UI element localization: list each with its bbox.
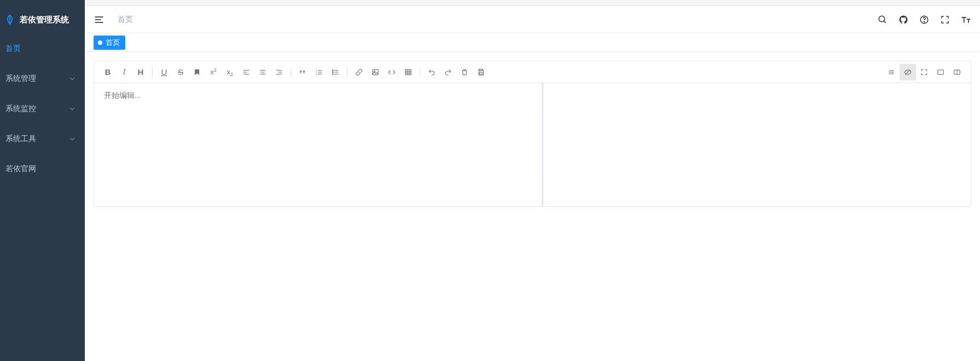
toolbar-separator [152, 67, 153, 77]
editor-textarea[interactable]: 开始编辑... [94, 83, 542, 206]
app-title: 若依管理系统 [20, 15, 69, 25]
table-button[interactable] [400, 64, 416, 80]
search-icon[interactable] [877, 14, 888, 25]
image-button[interactable] [367, 64, 384, 80]
heading-button[interactable]: H [132, 64, 149, 80]
sidebar-item-home[interactable]: 首页 [0, 33, 85, 63]
sidebar-item-label: 系统监控 [5, 104, 36, 114]
toolbar-right [883, 64, 965, 80]
svg-rect-28 [373, 69, 379, 74]
fullscreen-button[interactable] [916, 64, 932, 80]
sidebar: 若依管理系统 首页 系统管理 系统监控 系统工具 [0, 0, 85, 361]
editor-card: B I H U S x2 x2 [94, 61, 971, 207]
svg-line-4 [884, 21, 886, 23]
content-area: B I H U S x2 x2 [85, 52, 980, 216]
strike-button[interactable]: S [172, 64, 189, 80]
undo-button[interactable] [424, 64, 440, 80]
italic-button[interactable]: I [116, 64, 132, 80]
unordered-list-button[interactable] [327, 64, 344, 80]
tab-active-dot-icon [98, 40, 102, 45]
svg-point-25 [332, 69, 333, 71]
font-size-icon[interactable] [960, 14, 971, 25]
menu-button[interactable] [883, 64, 900, 80]
align-left-button[interactable] [238, 64, 254, 80]
fullscreen-icon[interactable] [940, 14, 950, 25]
svg-text:3: 3 [316, 73, 317, 75]
browser-chrome-stub [0, 0, 980, 6]
tab-home[interactable]: 首页 [94, 36, 125, 50]
chevron-down-icon [69, 106, 75, 112]
sidebar-item-label: 系统管理 [5, 74, 36, 84]
sidebar-item-label: 若依官网 [5, 164, 36, 174]
svg-rect-36 [480, 72, 483, 74]
header: 首页 [85, 6, 980, 33]
ordered-list-button[interactable]: 123 [311, 64, 327, 80]
align-center-button[interactable] [254, 64, 271, 80]
sidebar-item-label: 系统工具 [5, 134, 36, 144]
main-area: 首页 [85, 0, 980, 361]
app-root: 若依管理系统 首页 系统管理 系统监控 系统工具 [0, 0, 980, 361]
breadcrumb[interactable]: 首页 [118, 15, 133, 25]
preview-pane [543, 83, 971, 206]
svg-rect-41 [938, 69, 944, 74]
svg-point-26 [332, 72, 333, 73]
app-logo: 若依管理系统 [0, 6, 85, 33]
svg-rect-30 [405, 69, 411, 74]
chevron-down-icon [69, 136, 75, 142]
editor-placeholder: 开始编辑... [104, 91, 141, 100]
sidebar-toggle-button[interactable] [94, 14, 105, 25]
align-right-button[interactable] [271, 64, 287, 80]
svg-point-3 [879, 16, 885, 22]
link-button[interactable] [351, 64, 367, 80]
leaf-logo-icon [4, 14, 15, 25]
toolbar-separator [291, 67, 291, 77]
superscript-button[interactable]: x2 [205, 64, 222, 80]
tabs-bar: 首页 [85, 33, 980, 52]
sidebar-item-system-monitor[interactable]: 系统监控 [0, 94, 85, 124]
sidebar-item-system-manage[interactable]: 系统管理 [0, 63, 85, 94]
sidebar-item-system-tools[interactable]: 系统工具 [0, 124, 85, 154]
quote-button[interactable] [294, 64, 311, 80]
save-button[interactable] [473, 64, 489, 80]
editor-toolbar: B I H U S x2 x2 [94, 61, 971, 83]
trash-button[interactable] [456, 64, 473, 80]
svg-point-6 [924, 21, 924, 22]
subscript-button[interactable]: x2 [222, 64, 238, 80]
editor-body: 开始编辑... [94, 83, 971, 206]
read-button[interactable] [932, 64, 949, 80]
svg-rect-35 [480, 69, 483, 71]
mark-button[interactable] [189, 64, 205, 80]
sidebar-item-official-site[interactable]: 若依官网 [0, 154, 85, 184]
help-icon[interactable] [919, 14, 930, 25]
header-right [877, 14, 971, 25]
header-left: 首页 [94, 14, 133, 25]
redo-button[interactable] [440, 64, 456, 80]
github-icon[interactable] [898, 14, 909, 25]
tab-label: 首页 [106, 38, 120, 48]
svg-point-27 [332, 73, 333, 74]
preview-toggle-button[interactable] [900, 64, 916, 80]
split-button[interactable] [949, 64, 965, 80]
code-button[interactable] [384, 64, 400, 80]
sidebar-item-label: 首页 [5, 44, 21, 54]
toolbar-separator [347, 67, 347, 77]
chevron-down-icon [69, 76, 75, 81]
bold-button[interactable]: B [100, 64, 116, 80]
toolbar-separator [420, 67, 420, 77]
toolbar-left: B I H U S x2 x2 [100, 64, 489, 80]
sidebar-menu: 首页 系统管理 系统监控 系统工具 若依官网 [0, 33, 85, 184]
underline-button[interactable]: U [156, 64, 172, 80]
